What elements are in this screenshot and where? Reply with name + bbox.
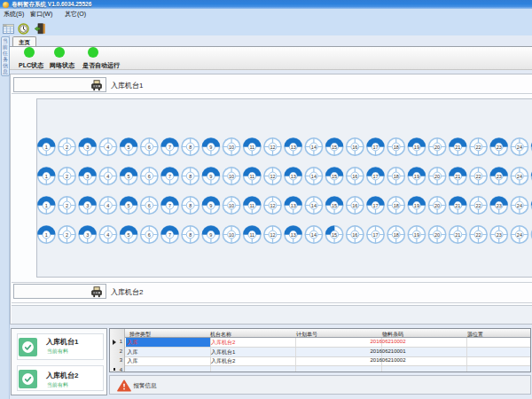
svg-text:13: 13 bbox=[291, 203, 296, 208]
svg-text:1: 1 bbox=[45, 145, 48, 150]
svg-text:7: 7 bbox=[168, 145, 171, 150]
svg-text:6: 6 bbox=[148, 174, 151, 179]
svg-text:16: 16 bbox=[352, 145, 357, 150]
svg-text:14: 14 bbox=[311, 174, 317, 179]
svg-text:6: 6 bbox=[148, 145, 151, 150]
svg-text:11: 11 bbox=[249, 232, 254, 238]
svg-text:9: 9 bbox=[209, 145, 212, 150]
svg-text:21: 21 bbox=[455, 174, 460, 179]
svg-text:2: 2 bbox=[66, 232, 68, 238]
svg-text:8: 8 bbox=[189, 232, 192, 238]
svg-text:16: 16 bbox=[352, 232, 357, 238]
svg-text:17: 17 bbox=[372, 203, 378, 208]
svg-text:20: 20 bbox=[434, 174, 440, 179]
svg-text:19: 19 bbox=[414, 203, 419, 208]
svg-text:5: 5 bbox=[128, 203, 130, 208]
svg-text:10: 10 bbox=[229, 203, 234, 208]
svg-text:9: 9 bbox=[209, 203, 212, 208]
svg-text:22: 22 bbox=[475, 145, 481, 150]
svg-text:14: 14 bbox=[311, 232, 317, 238]
svg-text:6: 6 bbox=[148, 203, 151, 208]
svg-text:24: 24 bbox=[517, 232, 522, 238]
svg-text:12: 12 bbox=[270, 145, 275, 150]
svg-text:8: 8 bbox=[189, 145, 192, 150]
svg-text:7: 7 bbox=[168, 232, 171, 238]
svg-text:3: 3 bbox=[86, 232, 89, 238]
svg-text:10: 10 bbox=[229, 174, 234, 179]
svg-text:22: 22 bbox=[475, 203, 481, 208]
svg-text:16: 16 bbox=[352, 203, 357, 208]
svg-text:12: 12 bbox=[270, 232, 275, 238]
svg-text:9: 9 bbox=[209, 174, 212, 179]
svg-text:4: 4 bbox=[106, 232, 109, 238]
svg-text:19: 19 bbox=[414, 232, 419, 238]
svg-text:15: 15 bbox=[332, 145, 337, 150]
svg-text:19: 19 bbox=[414, 145, 419, 150]
svg-text:17: 17 bbox=[372, 174, 378, 179]
svg-text:11: 11 bbox=[249, 203, 254, 208]
svg-text:24: 24 bbox=[517, 203, 522, 208]
svg-text:16: 16 bbox=[352, 174, 357, 179]
svg-text:3: 3 bbox=[86, 203, 89, 208]
svg-text:4: 4 bbox=[106, 145, 109, 150]
svg-text:23: 23 bbox=[497, 232, 502, 238]
svg-text:15: 15 bbox=[332, 203, 337, 208]
svg-text:5: 5 bbox=[128, 232, 130, 238]
svg-text:3: 3 bbox=[86, 174, 89, 179]
svg-text:4: 4 bbox=[106, 174, 109, 179]
svg-text:23: 23 bbox=[497, 174, 502, 179]
svg-text:3: 3 bbox=[86, 145, 89, 150]
svg-text:23: 23 bbox=[497, 145, 502, 150]
svg-text:14: 14 bbox=[311, 145, 317, 150]
svg-text:20: 20 bbox=[434, 145, 440, 150]
svg-text:18: 18 bbox=[394, 145, 399, 150]
svg-text:23: 23 bbox=[497, 203, 502, 208]
svg-text:7: 7 bbox=[168, 174, 171, 179]
svg-text:13: 13 bbox=[291, 145, 296, 150]
svg-text:2: 2 bbox=[66, 174, 68, 179]
svg-text:1: 1 bbox=[45, 232, 48, 238]
svg-text:15: 15 bbox=[332, 174, 337, 179]
svg-text:10: 10 bbox=[229, 232, 234, 238]
svg-text:2: 2 bbox=[66, 203, 68, 208]
svg-text:8: 8 bbox=[189, 203, 192, 208]
svg-text:17: 17 bbox=[372, 145, 378, 150]
svg-text:20: 20 bbox=[434, 232, 440, 238]
svg-text:6: 6 bbox=[148, 232, 151, 238]
svg-text:13: 13 bbox=[291, 232, 296, 238]
svg-text:2: 2 bbox=[66, 145, 68, 150]
svg-text:24: 24 bbox=[517, 145, 522, 150]
svg-text:19: 19 bbox=[414, 174, 419, 179]
svg-text:11: 11 bbox=[249, 174, 254, 179]
svg-text:5: 5 bbox=[128, 145, 130, 150]
svg-text:1: 1 bbox=[45, 203, 48, 208]
svg-text:15: 15 bbox=[332, 232, 337, 238]
svg-text:17: 17 bbox=[372, 232, 378, 238]
svg-text:1: 1 bbox=[45, 174, 48, 179]
svg-text:4: 4 bbox=[106, 203, 109, 208]
svg-text:5: 5 bbox=[128, 174, 130, 179]
svg-text:24: 24 bbox=[517, 174, 522, 179]
svg-text:18: 18 bbox=[394, 174, 399, 179]
svg-text:11: 11 bbox=[249, 145, 254, 150]
svg-text:18: 18 bbox=[394, 232, 399, 238]
svg-text:21: 21 bbox=[455, 232, 460, 238]
svg-text:22: 22 bbox=[475, 232, 481, 238]
svg-text:10: 10 bbox=[229, 145, 234, 150]
svg-text:21: 21 bbox=[455, 145, 460, 150]
svg-text:9: 9 bbox=[209, 232, 212, 238]
svg-text:12: 12 bbox=[270, 203, 275, 208]
svg-text:21: 21 bbox=[455, 203, 460, 208]
svg-text:14: 14 bbox=[311, 203, 317, 208]
svg-text:18: 18 bbox=[394, 203, 399, 208]
svg-text:13: 13 bbox=[291, 174, 296, 179]
svg-text:22: 22 bbox=[475, 174, 481, 179]
svg-text:8: 8 bbox=[189, 174, 192, 179]
svg-text:12: 12 bbox=[270, 174, 275, 179]
svg-text:7: 7 bbox=[168, 203, 171, 208]
svg-text:20: 20 bbox=[434, 203, 440, 208]
